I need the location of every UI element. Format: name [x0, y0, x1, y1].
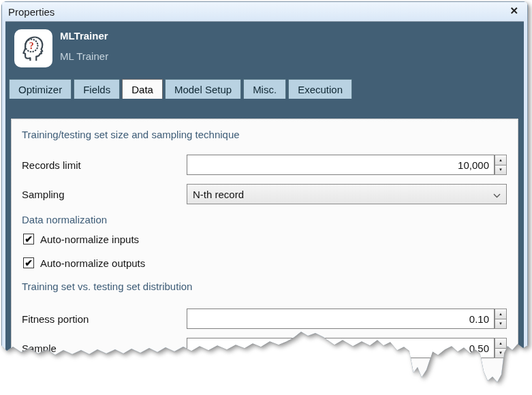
sample-row: Sample ▲ ▼: [22, 338, 507, 358]
sample-input[interactable]: [187, 338, 495, 358]
records-limit-input[interactable]: [187, 155, 495, 175]
dialog-client-area: ? MLTrainer ML Trainer Optimizer Fields …: [5, 21, 524, 386]
mltrainer-head-icon: ?: [14, 29, 52, 67]
fitness-portion-row: Fitness portion ▲ ▼: [22, 309, 507, 329]
fitness-portion-stepper: ▲ ▼: [495, 309, 507, 329]
checkbox-check-icon: ✔: [23, 234, 34, 244]
tab-optimizer[interactable]: Optimizer: [9, 79, 72, 99]
records-limit-row: Records limit ▲ ▼: [22, 155, 507, 175]
tab-fields[interactable]: Fields: [74, 79, 120, 99]
tab-misc[interactable]: Misc.: [243, 79, 286, 99]
node-header: ? MLTrainer ML Trainer: [5, 22, 524, 76]
sample-label: Sample: [22, 343, 187, 354]
section-normalization-heading: Data normalization: [22, 214, 107, 225]
fitness-portion-label: Fitness portion: [22, 313, 187, 325]
title-bar[interactable]: Properties ✕: [2, 2, 527, 21]
node-name: MLTrainer: [60, 30, 108, 42]
spin-down-icon[interactable]: ▼: [495, 348, 507, 359]
close-icon[interactable]: ✕: [510, 4, 518, 18]
records-limit-label: Records limit: [22, 159, 187, 171]
section-sampling-heading: Training/testing set size and sampling t…: [22, 129, 240, 140]
fitness-portion-input[interactable]: [187, 309, 495, 329]
svg-text:?: ?: [29, 41, 34, 51]
sampling-selected-value: N-th record: [193, 189, 493, 200]
spin-down-icon[interactable]: ▼: [495, 319, 507, 330]
auto-normalize-outputs-checkbox[interactable]: ✔ Auto-normalize outputs: [23, 256, 145, 270]
spin-up-icon[interactable]: ▲: [495, 155, 507, 165]
chevron-down-icon: [493, 189, 501, 200]
sampling-dropdown[interactable]: N-th record: [187, 184, 507, 204]
spin-down-icon[interactable]: ▼: [495, 165, 507, 176]
checkbox-check-icon: ✔: [23, 257, 34, 268]
sample-stepper: ▲ ▼: [495, 338, 507, 358]
tab-execution[interactable]: Execution: [288, 79, 352, 99]
records-limit-stepper: ▲ ▼: [495, 155, 507, 175]
tab-data[interactable]: Data: [122, 79, 163, 99]
auto-normalize-inputs-checkbox[interactable]: ✔ Auto-normalize inputs: [23, 232, 139, 246]
tab-strip: Optimizer Fields Data Model Setup Misc. …: [5, 76, 524, 99]
spin-up-icon[interactable]: ▲: [495, 309, 507, 319]
tab-model-setup[interactable]: Model Setup: [165, 79, 241, 99]
spin-up-icon[interactable]: ▲: [495, 338, 507, 348]
window-title: Properties: [2, 6, 54, 18]
sampling-label: Sampling: [22, 189, 187, 200]
node-type-label: ML Trainer: [60, 50, 108, 62]
data-tab-panel: Training/testing set size and sampling t…: [11, 118, 518, 386]
sampling-row: Sampling N-th record: [22, 184, 507, 204]
auto-normalize-outputs-label: Auto-normalize outputs: [40, 257, 145, 269]
auto-normalize-inputs-label: Auto-normalize inputs: [40, 234, 139, 245]
section-distribution-heading: Training set vs. testing set distributio…: [22, 281, 192, 292]
properties-window: Properties ✕ ? MLTrainer ML Trainer Opti…: [1, 1, 528, 387]
